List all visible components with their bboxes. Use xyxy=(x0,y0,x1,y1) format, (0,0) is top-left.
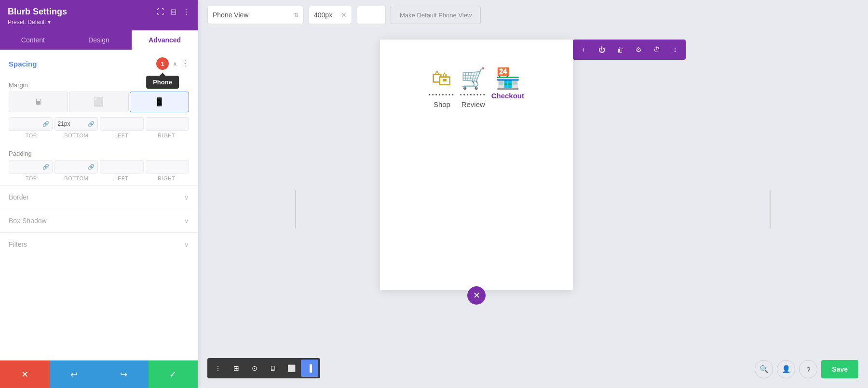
width-value: 400px xyxy=(314,11,338,19)
filters-title: Filters xyxy=(9,241,27,248)
tab-content[interactable]: Content xyxy=(0,30,66,50)
toolbar-settings-icon: ⚙ xyxy=(636,46,642,54)
toolbar-settings-button[interactable]: ⚙ xyxy=(630,41,647,58)
section-more-icon[interactable]: ⋮ xyxy=(181,60,189,67)
spacing-title: Spacing xyxy=(9,60,37,68)
padding-bottom-label: Bottom xyxy=(54,175,99,181)
shop-label-1: Shop xyxy=(434,100,450,108)
phone-device-btn[interactable]: 📱 xyxy=(130,92,189,112)
toolbar-resize-button[interactable]: ↕ xyxy=(666,41,684,58)
padding-bottom-input[interactable] xyxy=(58,163,87,170)
shop-label-3: Checkout xyxy=(491,92,524,100)
undo-button[interactable]: ↩ xyxy=(50,361,99,388)
help-circle-icon: ? xyxy=(806,365,810,374)
undo-icon: ↩ xyxy=(70,369,78,380)
fullscreen-icon[interactable]: ⛶ xyxy=(157,8,164,16)
toolbar-center: + ⏻ 🗑 ⚙ ⏱ ↕ xyxy=(573,40,686,60)
link-icon-margin-bottom: 🔗 xyxy=(88,121,95,127)
margin-labels-row: Top Bottom Left Right xyxy=(0,133,198,140)
columns-icon[interactable]: ⊟ xyxy=(170,7,176,16)
border-title: Border xyxy=(9,193,29,201)
shop-item-shop: 🛍 •••••••• Shop xyxy=(429,68,455,108)
padding-top-field[interactable]: 🔗 xyxy=(9,160,53,174)
margin-bottom-input[interactable] xyxy=(58,120,87,127)
shop-bag-icon: 🛍 xyxy=(432,68,452,89)
phone-tooltip-badge[interactable]: 1 Phone xyxy=(156,57,169,70)
search-circle-icon: 🔍 xyxy=(760,365,769,374)
shop-item-checkout: 🏪 Checkout xyxy=(491,68,524,100)
border-chevron-icon: ∨ xyxy=(184,194,189,201)
desktop-device-btn[interactable]: 🖥 xyxy=(9,92,68,112)
margin-top-field[interactable]: 🔗 xyxy=(9,117,53,131)
account-circle-button[interactable]: 👤 xyxy=(777,360,795,378)
make-default-phone-view-button[interactable]: Make Default Phone View xyxy=(391,6,481,24)
toolbar-mobile-button[interactable]: ▐ xyxy=(301,360,318,377)
margin-right-input[interactable] xyxy=(149,120,186,127)
width-input[interactable]: 400px ✕ xyxy=(309,6,352,24)
panel-bottom-bar: ✕ ↩ ↪ ✓ xyxy=(0,360,198,388)
panel-preset[interactable]: Preset: Default xyxy=(8,19,190,26)
menu-icon[interactable]: ⋮ xyxy=(182,7,190,16)
tab-advanced[interactable]: Advanced xyxy=(132,30,198,50)
margin-left-field[interactable] xyxy=(100,117,144,131)
toolbar-search-button[interactable]: ⊙ xyxy=(246,360,263,377)
width-extra-input[interactable] xyxy=(357,6,386,24)
top-bar: Phone View ⇅ 400px ✕ Make Default Phone … xyxy=(198,0,868,30)
margin-bottom-label: Bottom xyxy=(54,133,99,138)
toolbar-timer-button[interactable]: ⏱ xyxy=(648,41,665,58)
toolbar-tablet-button[interactable]: ⬜ xyxy=(283,360,300,377)
apply-button[interactable]: ✓ xyxy=(149,361,198,388)
redo-button[interactable]: ↪ xyxy=(99,361,149,388)
toolbar-power-icon: ⏻ xyxy=(598,46,605,54)
margin-top-input[interactable] xyxy=(12,120,41,127)
help-circle-button[interactable]: ? xyxy=(799,360,817,378)
section-controls: 1 Phone ∧ ⋮ xyxy=(156,57,189,70)
padding-top-input[interactable] xyxy=(12,163,41,170)
resize-handle-right[interactable] xyxy=(770,190,771,228)
toolbar-more-options-button[interactable]: ⋮ xyxy=(209,360,227,377)
toolbar-add-button[interactable]: + xyxy=(575,41,592,58)
margin-right-field[interactable] xyxy=(146,117,190,131)
spacing-section-header: Spacing 1 Phone ∧ ⋮ xyxy=(0,50,198,74)
toolbar-delete-button[interactable]: 🗑 xyxy=(611,41,629,58)
width-clear-icon[interactable]: ✕ xyxy=(341,11,347,19)
toolbar-resize-icon: ↕ xyxy=(674,46,677,54)
link-icon-margin-top: 🔗 xyxy=(42,121,49,127)
resize-handle-left[interactable] xyxy=(295,190,296,228)
element-close-icon: ✕ xyxy=(473,290,480,301)
border-section: Border ∨ xyxy=(0,185,198,209)
padding-left-label: Left xyxy=(99,175,144,181)
border-section-header[interactable]: Border ∨ xyxy=(0,186,198,209)
view-select-arrows-icon: ⇅ xyxy=(294,12,298,18)
padding-left-field[interactable] xyxy=(100,160,144,174)
view-select[interactable]: Phone View ⇅ xyxy=(207,6,304,24)
section-collapse-arrow[interactable]: ∧ xyxy=(173,60,177,67)
cancel-button[interactable]: ✕ xyxy=(0,361,50,388)
padding-right-input[interactable] xyxy=(149,163,186,170)
padding-subsection: Padding 🔗 🔗 Top xyxy=(0,142,198,185)
toolbar-grid-button[interactable]: ⊞ xyxy=(228,360,245,377)
padding-left-input[interactable] xyxy=(103,163,140,170)
phone-icon: 📱 xyxy=(154,97,164,107)
padding-right-field[interactable] xyxy=(146,160,190,174)
panel-title: Blurb Settings xyxy=(8,7,67,17)
toolbar-power-button[interactable]: ⏻ xyxy=(593,41,610,58)
panel-header-icons: ⛶ ⊟ ⋮ xyxy=(157,7,190,16)
desktop-icon: 🖥 xyxy=(34,97,42,107)
filters-section-header[interactable]: Filters ∨ xyxy=(0,233,198,256)
tablet-device-btn[interactable]: ⬜ xyxy=(69,92,128,112)
element-close-button[interactable]: ✕ xyxy=(467,286,486,305)
toolbar-desktop-button[interactable]: 🖥 xyxy=(264,360,282,377)
margin-bottom-field[interactable]: 🔗 xyxy=(54,117,98,131)
padding-label: Padding xyxy=(0,146,198,160)
tab-design[interactable]: Design xyxy=(66,30,132,50)
box-shadow-section-header[interactable]: Box Shadow ∨ xyxy=(0,209,198,232)
review-cart-icon: 🛒 xyxy=(461,68,486,89)
padding-bottom-field[interactable]: 🔗 xyxy=(54,160,98,174)
margin-left-input[interactable] xyxy=(103,120,140,127)
box-shadow-title: Box Shadow xyxy=(9,217,47,225)
save-button[interactable]: Save xyxy=(821,360,858,378)
toolbar-tablet-icon: ⬜ xyxy=(287,364,296,372)
search-circle-button[interactable]: 🔍 xyxy=(755,360,773,378)
box-shadow-section: Box Shadow ∨ xyxy=(0,209,198,232)
